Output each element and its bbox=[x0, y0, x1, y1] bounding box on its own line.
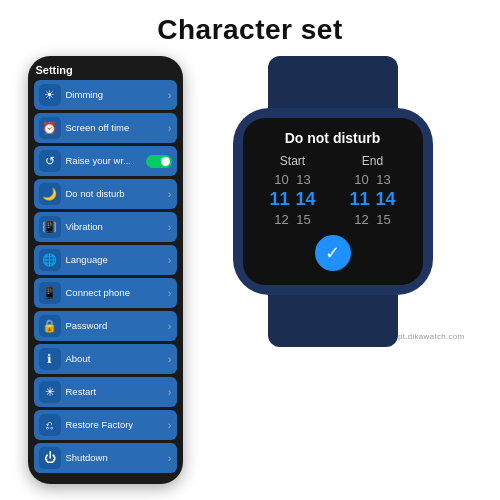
menu-icon-restore-factory: ⎌ bbox=[39, 414, 61, 436]
menu-label-dimming: Dimming bbox=[66, 89, 163, 100]
menu-item-dimming[interactable]: ☀Dimming› bbox=[34, 80, 177, 110]
menu-arrow-restart: › bbox=[168, 386, 172, 398]
menu-arrow-language: › bbox=[168, 254, 172, 266]
menu-item-restart[interactable]: ✳Restart› bbox=[34, 377, 177, 407]
menu-item-vibration[interactable]: 📳Vibration› bbox=[34, 212, 177, 242]
menu-label-connect-phone: Connect phone bbox=[66, 287, 163, 298]
menu-list: ☀Dimming›⏰Screen off time›↺Raise your wr… bbox=[34, 80, 177, 473]
menu-label-language: Language bbox=[66, 254, 163, 265]
check-button[interactable]: ✓ bbox=[315, 235, 351, 271]
watch-case: Do not disturb Start End 101310131114111… bbox=[233, 108, 433, 295]
end-min-1[interactable]: 14 bbox=[376, 189, 396, 210]
menu-item-screen-off[interactable]: ⏰Screen off time› bbox=[34, 113, 177, 143]
menu-arrow-dimming: › bbox=[168, 89, 172, 101]
menu-icon-restart: ✳ bbox=[39, 381, 61, 403]
start-hour-0: 10 bbox=[274, 172, 290, 187]
end-hour-2: 12 bbox=[354, 212, 370, 227]
menu-label-raise: Raise your wr... bbox=[66, 155, 141, 166]
setting-label: Setting bbox=[34, 64, 177, 76]
time-row-1: 11141114 bbox=[253, 189, 413, 210]
left-phone: Setting ☀Dimming›⏰Screen off time›↺Raise… bbox=[28, 56, 183, 484]
menu-icon-vibration: 📳 bbox=[39, 216, 61, 238]
end-label: End bbox=[338, 154, 408, 168]
menu-icon-dimming: ☀ bbox=[39, 84, 61, 106]
start-min-1[interactable]: 14 bbox=[296, 189, 316, 210]
page-title: Character set bbox=[0, 0, 500, 56]
time-row-2: 12151215 bbox=[253, 212, 413, 227]
menu-label-do-not-disturb: Do not disturb bbox=[66, 188, 163, 199]
menu-icon-password: 🔒 bbox=[39, 315, 61, 337]
start-min-2: 15 bbox=[296, 212, 312, 227]
menu-icon-about: ℹ bbox=[39, 348, 61, 370]
end-hour-1[interactable]: 11 bbox=[349, 189, 369, 210]
start-hour-2: 12 bbox=[274, 212, 290, 227]
watermark: pt.dikawatch.com bbox=[398, 332, 465, 341]
menu-item-language[interactable]: 🌐Language› bbox=[34, 245, 177, 275]
start-hour-1[interactable]: 11 bbox=[269, 189, 289, 210]
menu-item-raise[interactable]: ↺Raise your wr... bbox=[34, 146, 177, 176]
menu-icon-screen-off: ⏰ bbox=[39, 117, 61, 139]
menu-label-restart: Restart bbox=[66, 386, 163, 397]
menu-arrow-screen-off: › bbox=[168, 122, 172, 134]
menu-label-about: About bbox=[66, 353, 163, 364]
start-min-0: 13 bbox=[296, 172, 312, 187]
menu-item-about[interactable]: ℹAbout› bbox=[34, 344, 177, 374]
toggle-raise[interactable] bbox=[146, 155, 172, 168]
watch-screen: Do not disturb Start End 101310131114111… bbox=[243, 118, 423, 285]
menu-label-password: Password bbox=[66, 320, 163, 331]
menu-icon-language: 🌐 bbox=[39, 249, 61, 271]
watch-band-top bbox=[268, 56, 398, 108]
time-rows: 101310131114111412151215 bbox=[253, 172, 413, 227]
menu-item-shutdown[interactable]: ⏻Shutdown› bbox=[34, 443, 177, 473]
end-min-0: 13 bbox=[376, 172, 392, 187]
menu-label-screen-off: Screen off time bbox=[66, 122, 163, 133]
menu-item-restore-factory[interactable]: ⎌Restore Factory› bbox=[34, 410, 177, 440]
menu-arrow-password: › bbox=[168, 320, 172, 332]
end-hour-0: 10 bbox=[354, 172, 370, 187]
time-row-0: 10131013 bbox=[253, 172, 413, 187]
menu-arrow-restore-factory: › bbox=[168, 419, 172, 431]
menu-item-password[interactable]: 🔒Password› bbox=[34, 311, 177, 341]
start-label: Start bbox=[258, 154, 328, 168]
menu-icon-raise: ↺ bbox=[39, 150, 61, 172]
menu-icon-shutdown: ⏻ bbox=[39, 447, 61, 469]
watch-band-bottom bbox=[268, 295, 398, 347]
menu-item-connect-phone[interactable]: 📱Connect phone› bbox=[34, 278, 177, 308]
end-min-2: 15 bbox=[376, 212, 392, 227]
watch-container: Do not disturb Start End 101310131114111… bbox=[193, 56, 473, 347]
menu-item-do-not-disturb[interactable]: 🌙Do not disturb› bbox=[34, 179, 177, 209]
menu-arrow-shutdown: › bbox=[168, 452, 172, 464]
menu-arrow-vibration: › bbox=[168, 221, 172, 233]
menu-icon-do-not-disturb: 🌙 bbox=[39, 183, 61, 205]
menu-label-restore-factory: Restore Factory bbox=[66, 419, 163, 430]
menu-arrow-do-not-disturb: › bbox=[168, 188, 172, 200]
menu-arrow-connect-phone: › bbox=[168, 287, 172, 299]
menu-label-vibration: Vibration bbox=[66, 221, 163, 232]
menu-arrow-about: › bbox=[168, 353, 172, 365]
menu-icon-connect-phone: 📱 bbox=[39, 282, 61, 304]
menu-label-shutdown: Shutdown bbox=[66, 452, 163, 463]
screen-title: Do not disturb bbox=[253, 130, 413, 146]
